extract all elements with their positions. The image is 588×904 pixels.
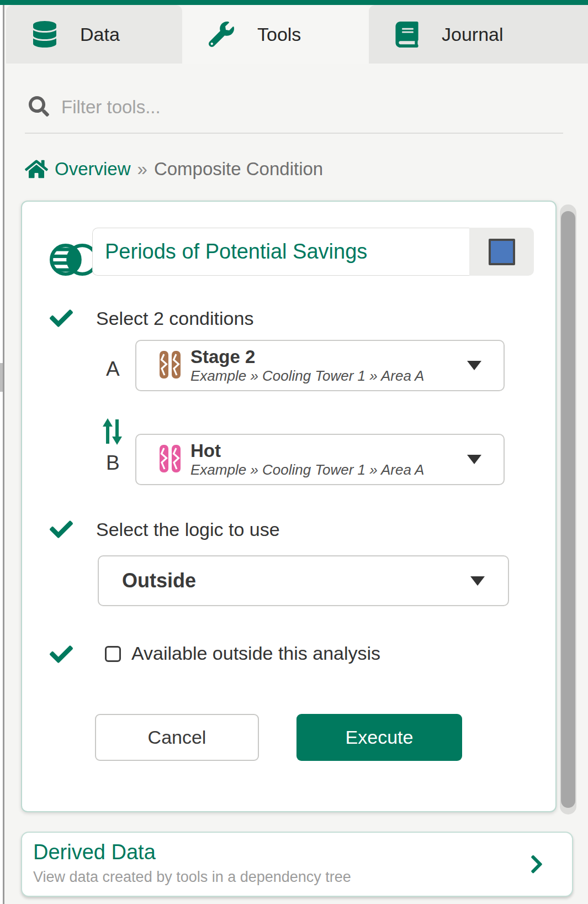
tab-tools-label: Tools <box>257 24 301 45</box>
logic-select[interactable]: Outside <box>98 555 509 606</box>
step-complete-check-icon <box>48 643 75 668</box>
condition-icon <box>160 350 181 381</box>
filter-tools-row <box>29 93 404 122</box>
color-picker-append <box>469 228 534 276</box>
condition-icon <box>160 444 181 475</box>
select-conditions-step-label: Select 2 conditions <box>96 308 253 329</box>
home-icon[interactable] <box>25 159 48 180</box>
search-icon <box>29 96 49 119</box>
database-icon <box>33 21 57 48</box>
swap-conditions-button[interactable] <box>102 418 122 447</box>
condition-a-select[interactable]: Stage 2 Example » Cooling Tower 1 » Area… <box>135 340 505 391</box>
sidebar-tabs: Data Tools Journal <box>6 5 588 64</box>
available-outside-checkbox[interactable] <box>105 646 121 662</box>
panel-resize-handle[interactable] <box>0 363 3 392</box>
panel-resize-rail[interactable] <box>0 5 4 904</box>
available-outside-label: Available outside this analysis <box>131 643 380 664</box>
step-complete-check-icon <box>48 518 75 543</box>
derived-data-title: Derived Data <box>33 840 572 864</box>
filter-tools-input[interactable] <box>61 97 404 118</box>
condition-a-slot-label: A <box>106 358 120 381</box>
select-logic-step-label: Select the logic to use <box>96 519 280 540</box>
caret-down-icon <box>470 576 485 586</box>
divider <box>25 133 563 134</box>
logic-selected-value: Outside <box>122 569 470 592</box>
condition-b-name: Hot <box>190 440 457 461</box>
caret-down-icon <box>467 455 481 464</box>
scrollbar-track[interactable] <box>560 204 576 814</box>
tab-data[interactable]: Data <box>6 5 182 64</box>
condition-a-name: Stage 2 <box>190 346 457 367</box>
condition-name-input[interactable] <box>92 228 469 276</box>
execute-button-label: Execute <box>346 727 414 748</box>
derived-data-card[interactable]: Derived Data View data created by tools … <box>21 832 573 897</box>
wrench-icon <box>209 22 234 47</box>
tab-data-label: Data <box>80 24 120 45</box>
chevron-right-icon <box>530 854 543 877</box>
book-icon <box>395 22 419 48</box>
breadcrumb-current: Composite Condition <box>154 159 323 180</box>
step-complete-check-icon <box>48 307 75 332</box>
condition-b-select[interactable]: Hot Example » Cooling Tower 1 » Area A <box>135 434 505 485</box>
color-swatch-button[interactable] <box>489 239 515 265</box>
top-accent-bar <box>0 0 588 5</box>
composite-condition-panel: Select 2 conditions A Stage 2 Example » … <box>21 201 557 812</box>
breadcrumb-separator: » <box>137 159 147 180</box>
cancel-button-label: Cancel <box>148 727 206 748</box>
derived-data-subtitle: View data created by tools in a dependen… <box>33 869 572 886</box>
breadcrumb-overview-link[interactable]: Overview <box>55 159 131 180</box>
condition-name-group <box>92 228 534 276</box>
tab-journal[interactable]: Journal <box>369 5 588 64</box>
condition-b-path: Example » Cooling Tower 1 » Area A <box>190 461 457 479</box>
execute-button[interactable]: Execute <box>296 714 462 761</box>
scrollbar-thumb[interactable] <box>561 211 575 808</box>
caret-down-icon <box>467 361 481 370</box>
cancel-button[interactable]: Cancel <box>95 714 259 761</box>
condition-b-slot-label: B <box>106 451 120 475</box>
tab-tools[interactable]: Tools <box>182 5 369 64</box>
condition-a-path: Example » Cooling Tower 1 » Area A <box>190 367 457 385</box>
breadcrumb: Overview » Composite Condition <box>25 156 323 182</box>
tab-journal-label: Journal <box>442 24 504 45</box>
